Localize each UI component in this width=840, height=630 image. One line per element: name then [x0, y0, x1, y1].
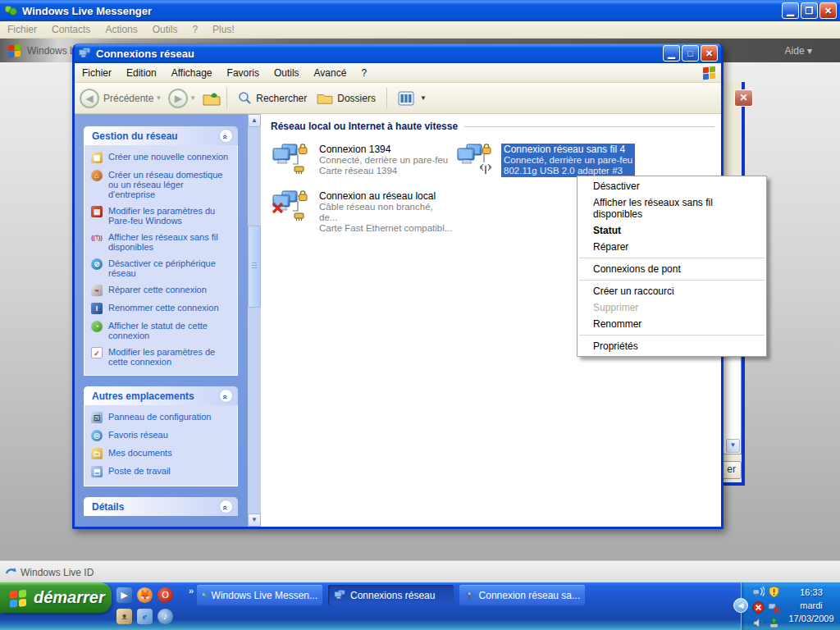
- search-label: Rechercher: [256, 93, 307, 104]
- place-my-documents[interactable]: 🗀 Mes documents: [91, 448, 232, 459]
- views-button[interactable]: ▼: [398, 91, 430, 106]
- connection-wireless-4[interactable]: Connexion réseau sans fil 4 Connecté, de…: [455, 144, 718, 177]
- forward-button[interactable]: ▶: [168, 89, 188, 108]
- connection-1394[interactable]: Connexion 1394 Connecté, derrière un par…: [271, 144, 455, 177]
- task-change-settings[interactable]: ✓ Modifier les paramètres de cette conne…: [91, 347, 232, 367]
- network-maximize-button[interactable]: □: [682, 45, 699, 62]
- quicklaunch-player-icon[interactable]: ♪: [158, 609, 173, 624]
- panel-other-places-header[interactable]: Autres emplacements «: [84, 386, 238, 405]
- taskbar-button-network-connections[interactable]: Connexions réseau: [328, 585, 454, 605]
- taskbar-button-wireless-connection[interactable]: Connexion réseau sa...: [459, 585, 585, 605]
- task-view-wireless[interactable]: ((ᛉ)) Afficher les réseaux sans fil disp…: [91, 232, 232, 252]
- task-pane: Gestion du réseau « ▦ Créer une nouvelle…: [75, 114, 248, 527]
- task-home-network[interactable]: ⌂ Créer un réseau domestique ou un résea…: [91, 170, 232, 199]
- panel-network-management-header[interactable]: Gestion du réseau «: [84, 126, 238, 145]
- tray-security-shield-icon[interactable]: [768, 586, 780, 598]
- windows-live-id-icon: [5, 567, 17, 578]
- network-toolbar: ◀ Précédente ▼ ▶ ▼ Rechercher D: [75, 83, 721, 114]
- quicklaunch-cat-icon[interactable]: ᴥ: [116, 609, 132, 624]
- connection-lan[interactable]: Connexion au réseau local Câble réseau n…: [271, 190, 455, 235]
- back-button[interactable]: ◀: [80, 89, 99, 108]
- collapse-chevron-icon[interactable]: «: [219, 129, 233, 143]
- menu-item-bridge[interactable]: Connexions de pont: [578, 261, 766, 277]
- background-dialog-close-button[interactable]: ✕: [734, 89, 753, 107]
- place-my-computer[interactable]: ⬒ Poste de travail: [91, 466, 232, 477]
- search-button[interactable]: Rechercher: [238, 91, 307, 105]
- collapse-chevron-icon[interactable]: «: [219, 500, 233, 514]
- menu-item-disable[interactable]: Désactiver: [578, 178, 766, 194]
- tray-security-alert-icon[interactable]: [752, 601, 765, 614]
- task-rename-connection[interactable]: I Renommer cette connexion: [91, 303, 232, 314]
- tray-wireless-network-icon[interactable]: [752, 586, 765, 598]
- menu-item-delete: Supprimer: [578, 299, 766, 316]
- place-control-panel[interactable]: ◱ Panneau de configuration: [91, 412, 232, 423]
- forward-dropdown-caret[interactable]: ▼: [189, 94, 196, 102]
- quicklaunch-opera-icon[interactable]: O: [158, 587, 173, 603]
- network-connections-icon: [78, 48, 92, 60]
- taskbar-button-messenger[interactable]: Windows Live Messen...: [197, 585, 322, 605]
- task-firewall-settings[interactable]: ▤ Modifier les paramètres du Pare-feu Wi…: [91, 206, 232, 226]
- net-menu-help[interactable]: ?: [354, 65, 374, 81]
- quicklaunch-ie-icon[interactable]: e: [137, 609, 153, 624]
- scroll-up-button[interactable]: ▲: [248, 114, 261, 127]
- quicklaunch-overflow-chevron[interactable]: »: [189, 586, 194, 596]
- messenger-menu-plus[interactable]: Plus!: [205, 21, 242, 38]
- up-folder-button[interactable]: [203, 90, 221, 107]
- panel-other-places: Autres emplacements « ◱ Panneau de confi…: [84, 386, 238, 486]
- net-menu-avance[interactable]: Avancé: [307, 65, 354, 81]
- rename-icon: I: [91, 303, 103, 314]
- my-computer-icon: ⬒: [91, 466, 103, 477]
- task-new-connection[interactable]: ▦ Créer une nouvelle connexion: [91, 152, 232, 163]
- connection-firewalled-icon: [271, 144, 312, 176]
- quicklaunch-firefox-icon[interactable]: 🦊: [137, 587, 153, 603]
- tray-clock[interactable]: 16:33 mardi 17/03/2009: [786, 586, 837, 625]
- messenger-help-dropdown[interactable]: Aide ▾: [785, 45, 812, 57]
- network-close-button[interactable]: ✕: [701, 45, 718, 62]
- scrollbar-thumb[interactable]: [248, 226, 261, 308]
- tray-volume-icon[interactable]: [752, 617, 765, 629]
- task-repair-connection[interactable]: ⌁ Réparer cette connexion: [91, 285, 232, 296]
- messenger-menu-actions[interactable]: Actions: [98, 21, 144, 38]
- menu-item-properties[interactable]: Propriétés: [578, 338, 766, 354]
- lan-disconnected-icon: [271, 190, 312, 223]
- messenger-menu-help[interactable]: ?: [185, 21, 205, 38]
- tray-network-disconnected-icon[interactable]: [768, 601, 780, 614]
- my-documents-icon: 🗀: [91, 448, 103, 459]
- messenger-menu-contacts[interactable]: Contacts: [44, 21, 98, 38]
- start-button[interactable]: démarrer: [0, 582, 112, 613]
- messenger-restore-button[interactable]: ❐: [801, 2, 818, 19]
- task-pane-scrollbar[interactable]: ▲ ▼: [248, 114, 261, 527]
- menu-item-rename[interactable]: Renommer: [578, 316, 766, 332]
- messenger-menu-fichier[interactable]: Fichier: [0, 21, 44, 38]
- menu-item-repair[interactable]: Réparer: [578, 239, 766, 255]
- net-menu-favoris[interactable]: Favoris: [220, 65, 267, 81]
- task-view-status[interactable]: ◔ Afficher le statut de cette connexion: [91, 321, 232, 340]
- group-header: Réseau local ou Internet à haute vitesse: [271, 121, 718, 132]
- quicklaunch-media-icon[interactable]: ▶: [116, 587, 132, 603]
- scroll-down-button[interactable]: ▼: [248, 514, 261, 527]
- network-minimize-button[interactable]: ▁: [663, 45, 680, 62]
- menu-item-status[interactable]: Statut: [578, 222, 766, 239]
- place-network-favorites[interactable]: ◎ Favoris réseau: [91, 430, 232, 441]
- panel-details-header[interactable]: Détails «: [84, 497, 238, 516]
- menu-item-shortcut[interactable]: Créer un raccourci: [578, 283, 766, 299]
- messenger-close-button[interactable]: ✕: [819, 2, 837, 19]
- clock-day: mardi: [786, 599, 837, 612]
- back-dropdown-caret[interactable]: ▼: [155, 94, 162, 102]
- collapse-chevron-icon[interactable]: «: [219, 389, 233, 403]
- messenger-titlebar[interactable]: Windows Live Messenger ▁ ❐ ✕: [0, 0, 840, 21]
- tray-collapse-chevron[interactable]: ◀: [733, 598, 748, 613]
- net-menu-outils[interactable]: Outils: [267, 65, 307, 81]
- tray-safely-remove-icon[interactable]: [768, 617, 780, 629]
- folders-button[interactable]: Dossiers: [317, 92, 376, 105]
- net-menu-edition[interactable]: Edition: [119, 65, 164, 81]
- messenger-minimize-button[interactable]: ▁: [782, 2, 799, 19]
- scrollbar-track[interactable]: [248, 127, 261, 514]
- task-disable-device[interactable]: ⊘ Désactiver ce périphérique réseau: [91, 258, 232, 278]
- background-dialog-scroll-down[interactable]: ▼: [726, 439, 740, 453]
- network-window-titlebar[interactable]: Connexions réseau ▁ □ ✕: [75, 43, 721, 63]
- menu-item-view-wireless[interactable]: Afficher les réseaux sans fil disponible…: [578, 194, 766, 222]
- net-menu-fichier[interactable]: Fichier: [75, 65, 119, 81]
- messenger-menu-outils[interactable]: Outils: [145, 21, 185, 38]
- net-menu-affichage[interactable]: Affichage: [164, 65, 220, 81]
